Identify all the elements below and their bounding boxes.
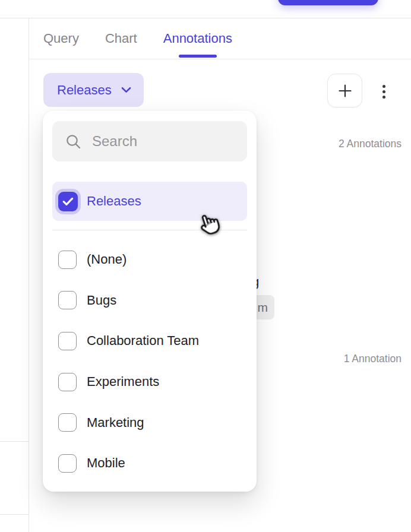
checkmark-icon: [62, 197, 74, 206]
checkbox-unchecked[interactable]: [58, 373, 77, 391]
kebab-dot: [382, 85, 385, 88]
tab-query[interactable]: Query: [43, 18, 79, 59]
option-label: Collaboration Team: [87, 333, 199, 349]
tab-annotations[interactable]: Annotations: [163, 18, 232, 59]
dropdown-divider: [52, 230, 247, 230]
option-row-mobile[interactable]: Mobile: [52, 443, 247, 484]
annotation-count-top: 2 Annotations: [339, 138, 401, 150]
more-options-button[interactable]: [379, 82, 388, 101]
option-label: Experiments: [87, 374, 159, 390]
releases-dropdown-panel: Releases (None) Bugs Collaboration Team …: [43, 110, 257, 492]
option-row-none[interactable]: (None): [52, 239, 247, 280]
option-label: Releases: [87, 194, 141, 209]
search-icon: [65, 134, 81, 150]
top-bar: [0, 0, 411, 18]
option-row-bugs[interactable]: Bugs: [52, 280, 247, 321]
sidebar-divider: [0, 514, 29, 515]
checkbox-checked[interactable]: [58, 192, 78, 211]
option-label: Marketing: [87, 415, 144, 430]
checkbox-unchecked[interactable]: [58, 454, 77, 473]
add-annotation-button[interactable]: [327, 74, 362, 107]
option-row-collaboration-team[interactable]: Collaboration Team: [52, 321, 247, 362]
option-row-marketing[interactable]: Marketing: [52, 402, 247, 443]
sidebar-divider: [0, 441, 29, 442]
option-label: (None): [87, 252, 127, 267]
checkbox-unchecked[interactable]: [58, 291, 77, 309]
checkbox-unchecked[interactable]: [58, 251, 77, 269]
tab-label: Query: [43, 31, 79, 46]
option-row-experiments[interactable]: Experiments: [52, 362, 247, 403]
kebab-dot: [382, 96, 385, 99]
filter-button-label: Releases: [57, 83, 121, 98]
search-input[interactable]: [92, 133, 236, 150]
option-label: Bugs: [87, 293, 116, 308]
chevron-down-icon: [121, 87, 131, 93]
tab-label: Chart: [105, 31, 137, 46]
tab-label: Annotations: [163, 31, 232, 46]
tab-bar: Query Chart Annotations: [30, 18, 411, 59]
left-sidebar: [0, 18, 29, 532]
primary-button-partial[interactable]: [278, 0, 378, 5]
active-tab-indicator: [179, 55, 217, 58]
tab-chart[interactable]: Chart: [105, 18, 137, 59]
kebab-dot: [382, 90, 385, 93]
search-box[interactable]: [52, 121, 247, 162]
releases-filter-button[interactable]: Releases: [43, 73, 144, 107]
plus-icon: [337, 83, 353, 99]
annotation-count-bottom: 1 Annotation: [344, 353, 401, 365]
option-list: (None) Bugs Collaboration Team Experimen…: [52, 239, 247, 484]
option-label: Mobile: [87, 455, 125, 471]
annotations-page: Query Chart Annotations Releases 2 Annot…: [0, 0, 411, 532]
checkbox-unchecked[interactable]: [58, 413, 77, 432]
option-row-releases[interactable]: Releases: [52, 182, 247, 221]
checkbox-unchecked[interactable]: [58, 332, 77, 350]
